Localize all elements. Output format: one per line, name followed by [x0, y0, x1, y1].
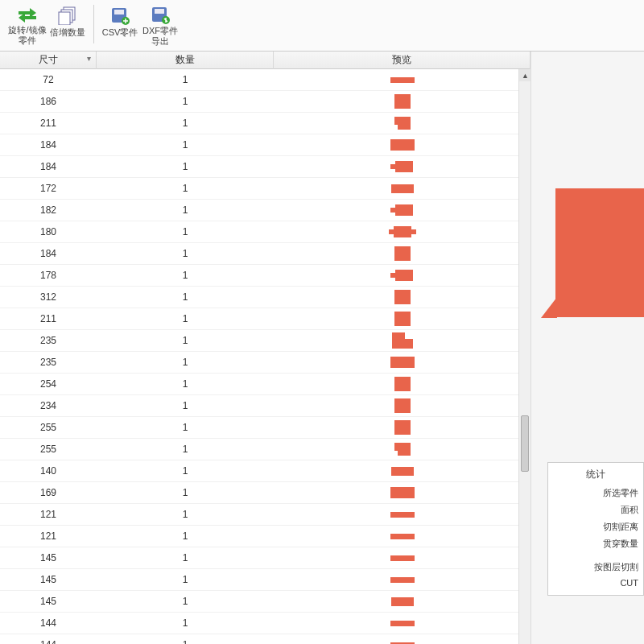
- cell-qty: 1: [97, 248, 274, 259]
- svg-rect-19: [390, 273, 397, 278]
- cell-size: 144: [0, 639, 97, 644]
- cell-preview: [274, 94, 530, 109]
- cell-size: 235: [0, 335, 97, 346]
- svg-rect-13: [395, 204, 413, 216]
- cell-preview: [274, 487, 530, 498]
- table-row[interactable]: 169 1: [0, 482, 530, 504]
- rotate-mirror-button[interactable]: 旋转/镜像 零件: [10, 3, 45, 46]
- cell-preview: [274, 357, 530, 368]
- table-row[interactable]: 184 1: [0, 243, 530, 265]
- csv-parts-button[interactable]: CSV零件: [102, 3, 138, 46]
- cell-qty: 1: [97, 400, 274, 411]
- rotate-mirror-label: 旋转/镜像: [8, 25, 46, 35]
- table-row[interactable]: 145 1: [0, 569, 530, 591]
- table-row[interactable]: 121 1: [0, 504, 530, 526]
- cell-qty: 1: [97, 335, 274, 346]
- stats-area: 面积: [553, 502, 638, 518]
- svg-rect-10: [393, 125, 398, 131]
- cell-qty: 1: [97, 509, 274, 520]
- th-qty[interactable]: 数量: [97, 52, 274, 69]
- rotate-arrows-icon: [16, 5, 39, 23]
- table-row[interactable]: 140 1: [0, 460, 530, 482]
- table-body[interactable]: 72 1 186 1 211 1 184 1 184 1 172 1 182 1…: [0, 69, 530, 644]
- table-row[interactable]: 145 1: [0, 591, 530, 613]
- multiply-qty-label: 倍增数量: [50, 27, 85, 38]
- table-row[interactable]: 184 1: [0, 156, 530, 178]
- table-row[interactable]: 255 1: [0, 439, 530, 460]
- cell-size: 72: [0, 74, 97, 85]
- table-row[interactable]: 144 1: [0, 613, 530, 634]
- cell-size: 254: [0, 378, 97, 390]
- cell-qty: 1: [97, 313, 274, 324]
- svg-rect-11: [395, 161, 413, 172]
- cell-qty: 1: [97, 291, 274, 303]
- cell-preview: [274, 290, 530, 304]
- stats-cut-by-layer: 按图层切割: [553, 559, 638, 576]
- toolbar-separator: [93, 5, 94, 43]
- th-size-label: 尺寸: [39, 54, 58, 65]
- table-row[interactable]: 211 1: [0, 308, 530, 330]
- table-row[interactable]: 121 1: [0, 526, 530, 547]
- large-part-preview: [555, 188, 644, 317]
- preview-panel: 统计 所选零件 面积 切割距离 贯穿数量 按图层切割 CUT: [531, 52, 644, 644]
- cell-qty: 1: [97, 74, 274, 85]
- cell-size: 145: [0, 574, 97, 585]
- scroll-up-icon[interactable]: ▲: [519, 69, 531, 81]
- table-row[interactable]: 172 1: [0, 178, 530, 200]
- cell-size: 121: [0, 509, 97, 520]
- stats-panel: 统计 所选零件 面积 切割距离 贯穿数量 按图层切割 CUT: [547, 462, 644, 596]
- svg-rect-12: [390, 164, 397, 169]
- cell-qty: 1: [97, 183, 274, 194]
- table-row[interactable]: 234 1: [0, 395, 530, 417]
- cell-qty: 1: [97, 639, 274, 644]
- table-row[interactable]: 235 1: [0, 352, 530, 374]
- cell-size: 169: [0, 487, 97, 498]
- cell-qty: 1: [97, 596, 274, 607]
- table-row[interactable]: 72 1: [0, 69, 530, 91]
- cell-size: 184: [0, 139, 97, 151]
- cell-preview: [274, 115, 530, 131]
- cell-preview: [274, 597, 530, 606]
- th-preview[interactable]: 预览: [274, 52, 530, 69]
- table-row[interactable]: 144 1: [0, 634, 530, 644]
- table-row[interactable]: 254 1: [0, 374, 530, 395]
- cell-size: 255: [0, 444, 97, 455]
- cell-preview: [274, 184, 530, 193]
- cell-size: 186: [0, 96, 97, 107]
- cell-qty: 1: [97, 118, 274, 129]
- table-row[interactable]: 312 1: [0, 287, 530, 308]
- cell-size: 211: [0, 118, 97, 129]
- cell-qty: 1: [97, 226, 274, 237]
- th-size[interactable]: 尺寸 ▾: [0, 52, 97, 69]
- table-row[interactable]: 180 1: [0, 221, 530, 243]
- vertical-scrollbar[interactable]: ▲: [518, 69, 530, 644]
- table-row[interactable]: 255 1: [0, 417, 530, 439]
- svg-rect-2: [59, 12, 70, 25]
- multiply-qty-button[interactable]: 倍增数量: [50, 3, 85, 46]
- filter-icon[interactable]: ▾: [87, 54, 91, 63]
- cell-preview: [274, 332, 530, 349]
- cell-size: 178: [0, 270, 97, 281]
- table-row[interactable]: 186 1: [0, 91, 530, 113]
- svg-rect-17: [410, 229, 416, 234]
- table-row[interactable]: 235 1: [0, 330, 530, 352]
- cell-preview: [274, 159, 530, 174]
- dxf-parts-button[interactable]: DXF零件 导出: [142, 3, 178, 46]
- cell-preview: [274, 377, 530, 391]
- table-row[interactable]: 145 1: [0, 547, 530, 569]
- cell-qty: 1: [97, 357, 274, 368]
- cell-preview: [274, 77, 530, 83]
- th-preview-label: 预览: [392, 54, 411, 65]
- scroll-thumb[interactable]: [521, 415, 529, 472]
- cell-size: 234: [0, 400, 97, 411]
- table-row[interactable]: 178 1: [0, 265, 530, 287]
- cell-size: 255: [0, 422, 97, 433]
- table-row[interactable]: 211 1: [0, 113, 530, 134]
- table-row[interactable]: 182 1: [0, 200, 530, 221]
- cell-preview: [274, 312, 530, 326]
- cell-qty: 1: [97, 465, 274, 477]
- stats-cut-label: CUT: [553, 576, 638, 590]
- toolbar-group-transform: 旋转/镜像 零件 倍增数量: [5, 3, 90, 46]
- cell-size: 145: [0, 596, 97, 607]
- table-row[interactable]: 184 1: [0, 134, 530, 156]
